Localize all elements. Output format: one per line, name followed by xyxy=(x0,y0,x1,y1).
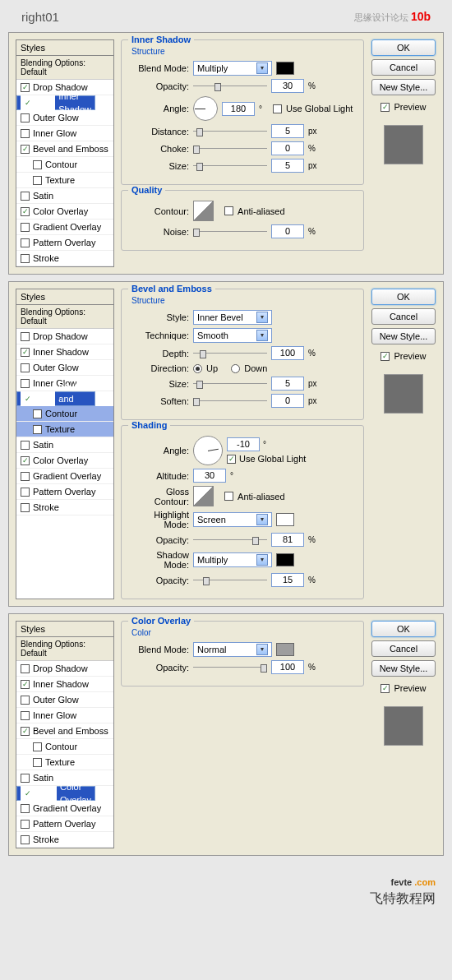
label-blendmode: Blend Mode: xyxy=(130,63,189,73)
chevron-down-icon: ▾ xyxy=(256,330,268,341)
checkbox-icon[interactable]: ✓ xyxy=(21,145,30,154)
noise-input[interactable]: 0 xyxy=(271,224,304,238)
contour-picker[interactable] xyxy=(193,201,214,221)
direction-up-radio[interactable] xyxy=(193,364,202,373)
checkbox-icon[interactable] xyxy=(33,176,42,185)
styles-panel: Styles Blending Options: Default Drop Sh… xyxy=(16,289,114,599)
style-outer-glow[interactable]: Outer Glow xyxy=(16,360,113,376)
style-color-overlay[interactable]: ✓Color Overlay xyxy=(16,786,95,801)
cancel-button[interactable]: Cancel xyxy=(371,59,436,76)
soften-slider[interactable] xyxy=(193,396,267,406)
style-contour[interactable]: Contour xyxy=(16,157,113,173)
chevron-down-icon: ▾ xyxy=(256,312,268,323)
opacity-slider[interactable] xyxy=(193,663,267,673)
ok-button[interactable]: OK xyxy=(371,289,436,305)
checkbox-icon[interactable] xyxy=(21,223,30,232)
checkbox-icon[interactable] xyxy=(273,104,282,113)
checkbox-icon[interactable] xyxy=(224,206,233,215)
checkbox-icon[interactable]: ✓ xyxy=(21,95,55,110)
checkbox-icon[interactable]: ✓ xyxy=(381,103,390,112)
ok-button[interactable]: OK xyxy=(371,39,436,56)
highlight-select[interactable]: Screen▾ xyxy=(193,512,272,527)
style-inner-glow[interactable]: Inner Glow xyxy=(16,126,113,141)
opacity-slider[interactable] xyxy=(193,81,267,91)
blending-options[interactable]: Blending Options: Default xyxy=(16,56,113,80)
group-title: Quality xyxy=(128,185,165,195)
label-distance: Distance: xyxy=(130,127,189,136)
blendmode-select[interactable]: Normal▾ xyxy=(193,642,272,657)
color-swatch[interactable] xyxy=(276,62,294,75)
label-contour: Contour: xyxy=(130,206,189,216)
technique-select[interactable]: Smooth▾ xyxy=(193,328,272,343)
newstyle-button[interactable]: New Style... xyxy=(371,660,436,677)
direction-down-radio[interactable] xyxy=(231,364,240,373)
blendmode-select[interactable]: Multiply▾ xyxy=(193,61,272,76)
style-gradient-overlay[interactable]: Gradient Overlay xyxy=(16,220,113,235)
color-swatch[interactable] xyxy=(276,643,294,656)
dialog-inner-shadow: Styles Blending Options: Default ✓Drop S… xyxy=(8,32,444,275)
distance-slider[interactable] xyxy=(193,127,267,136)
angle-dial[interactable] xyxy=(193,436,223,465)
chevron-down-icon: ▾ xyxy=(256,62,268,74)
size-slider[interactable] xyxy=(193,379,267,389)
checkbox-icon[interactable]: ✓ xyxy=(21,207,30,216)
shadowmode-select[interactable]: Multiply▾ xyxy=(193,552,272,567)
preview-swatch xyxy=(384,706,423,746)
distance-input[interactable]: 5 xyxy=(271,124,304,138)
label-choke: Choke: xyxy=(130,144,189,154)
style-texture[interactable]: Texture xyxy=(16,422,113,437)
style-contour[interactable]: Contour xyxy=(16,406,113,422)
style-texture[interactable]: Texture xyxy=(16,173,113,188)
style-stroke[interactable]: Stroke xyxy=(16,251,113,266)
style-inner-shadow[interactable]: ✓Inner Shadow xyxy=(16,95,95,110)
style-stroke[interactable]: Stroke xyxy=(16,500,113,515)
choke-input[interactable]: 0 xyxy=(271,141,304,155)
label-angle: Angle: xyxy=(130,104,189,113)
checkbox-icon[interactable] xyxy=(21,254,30,263)
checkbox-icon[interactable] xyxy=(21,192,30,201)
style-color-overlay[interactable]: ✓Color Overlay xyxy=(16,453,113,469)
label-size: Size: xyxy=(130,161,189,171)
noise-slider[interactable] xyxy=(193,227,267,237)
group-subtitle: Structure xyxy=(131,47,355,56)
size-slider[interactable] xyxy=(193,161,267,171)
style-drop-shadow[interactable]: Drop Shadow xyxy=(16,329,113,344)
style-outer-glow[interactable]: Outer Glow xyxy=(16,110,113,126)
preview-swatch xyxy=(384,374,423,414)
checkbox-icon[interactable] xyxy=(21,113,30,122)
footer-watermark: fevte .com 飞特教程网 xyxy=(8,862,444,908)
doc-title: right01 xyxy=(21,10,59,24)
dialog-bevel: Styles Blending Options: Default Drop Sh… xyxy=(8,281,444,607)
style-pattern-overlay[interactable]: Pattern Overlay xyxy=(16,484,113,500)
checkbox-icon[interactable] xyxy=(33,160,42,169)
style-select[interactable]: Inner Bevel▾ xyxy=(193,310,272,325)
style-satin[interactable]: Satin xyxy=(16,188,113,204)
checkbox-icon[interactable] xyxy=(21,238,30,247)
style-pattern-overlay[interactable]: Pattern Overlay xyxy=(16,235,113,251)
shadow-swatch[interactable] xyxy=(276,553,294,566)
ok-button[interactable]: OK xyxy=(371,621,436,637)
style-gradient-overlay[interactable]: Gradient Overlay xyxy=(16,469,113,484)
gloss-contour-picker[interactable] xyxy=(193,486,214,506)
style-color-overlay[interactable]: ✓Color Overlay xyxy=(16,204,113,220)
style-satin[interactable]: Satin xyxy=(16,437,113,453)
label-opacity: Opacity: xyxy=(130,81,189,91)
choke-slider[interactable] xyxy=(193,144,267,154)
cancel-button[interactable]: Cancel xyxy=(371,640,436,657)
label-noise: Noise: xyxy=(130,227,189,237)
newstyle-button[interactable]: New Style... xyxy=(371,328,436,344)
cancel-button[interactable]: Cancel xyxy=(371,308,436,325)
style-bevel[interactable]: ✓Bevel and Emboss xyxy=(16,391,95,406)
opacity-input[interactable]: 30 xyxy=(271,79,304,93)
preview-swatch xyxy=(384,125,423,164)
highlight-swatch[interactable] xyxy=(276,513,294,526)
angle-dial[interactable] xyxy=(193,96,218,121)
style-inner-shadow[interactable]: ✓Inner Shadow xyxy=(16,344,113,360)
style-bevel[interactable]: ✓Bevel and Emboss xyxy=(16,141,113,157)
depth-slider[interactable] xyxy=(193,349,267,358)
checkbox-icon[interactable]: ✓ xyxy=(21,83,30,92)
size-input[interactable]: 5 xyxy=(271,159,304,173)
angle-input[interactable]: 180 xyxy=(222,102,255,116)
checkbox-icon[interactable] xyxy=(21,129,30,138)
newstyle-button[interactable]: New Style... xyxy=(371,79,436,95)
